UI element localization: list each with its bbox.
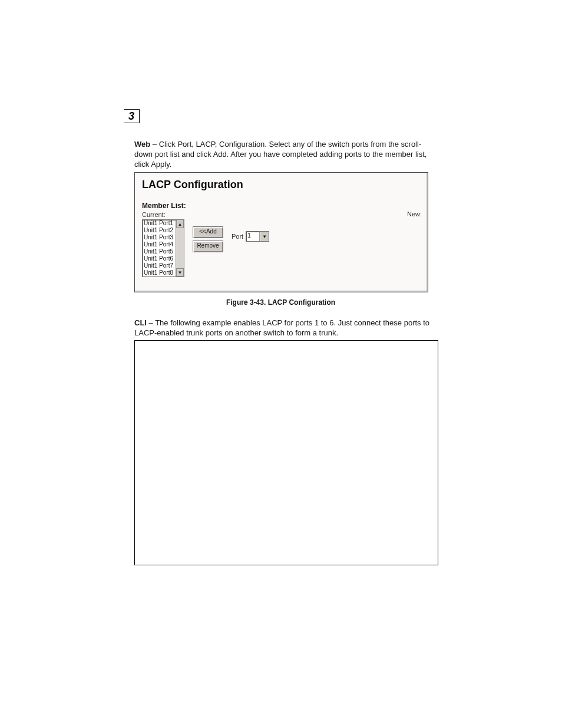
chevron-down-icon[interactable]: ▼ bbox=[260, 232, 269, 241]
current-listbox[interactable]: Unit1 Port1 Unit1 Port2 Unit1 Port3 Unit… bbox=[142, 219, 184, 277]
remove-button[interactable]: Remove bbox=[193, 241, 223, 252]
figure-title: LACP Configuration bbox=[142, 179, 421, 191]
new-label: New: bbox=[407, 210, 422, 218]
web-lead: Web bbox=[134, 140, 150, 149]
cli-text-body: – The following example enables LACP for… bbox=[134, 318, 429, 337]
web-paragraph: Web – Click Port, LACP, Configuration. S… bbox=[134, 140, 430, 170]
current-label: Current: bbox=[142, 211, 184, 218]
listbox-scrollbar[interactable]: ▲ ▼ bbox=[176, 220, 184, 276]
port-dropdown[interactable]: 1 ▼ bbox=[246, 231, 269, 242]
figure-caption: Figure 3-43. LACP Configuration bbox=[134, 298, 427, 307]
figure-screenshot: LACP Configuration Member List: Current:… bbox=[134, 172, 428, 292]
scroll-down-button[interactable]: ▼ bbox=[176, 268, 184, 276]
cli-lead: CLI bbox=[134, 318, 147, 327]
chapter-number: 3 bbox=[128, 111, 134, 121]
add-button[interactable]: <<Add bbox=[193, 226, 223, 238]
cli-example-box bbox=[134, 340, 438, 565]
cli-paragraph: CLI – The following example enables LACP… bbox=[134, 318, 436, 338]
chapter-badge: 3 bbox=[124, 109, 140, 123]
web-text: – Click Port, LACP, Configuration. Selec… bbox=[134, 140, 427, 169]
member-list-label: Member List: bbox=[142, 202, 421, 210]
port-label: Port bbox=[232, 233, 243, 240]
port-value: 1 bbox=[246, 232, 260, 241]
scroll-up-button[interactable]: ▲ bbox=[176, 220, 184, 228]
